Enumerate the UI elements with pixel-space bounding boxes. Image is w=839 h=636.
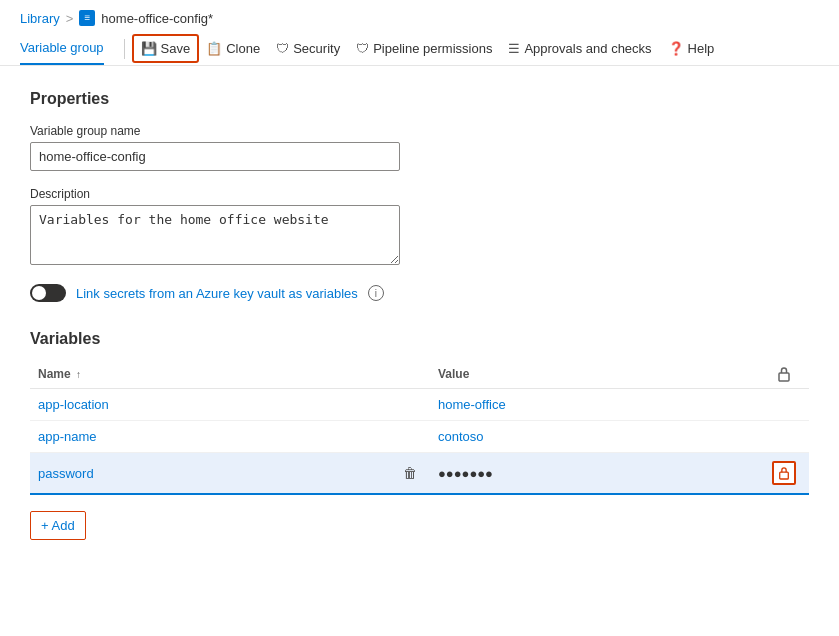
var-value-password: ●●●●●●● <box>438 466 493 481</box>
var-value-app-name[interactable]: contoso <box>438 429 484 444</box>
breadcrumb-library[interactable]: Library <box>20 11 60 26</box>
table-row: app-location home-office <box>30 389 809 421</box>
col-header-value: Value <box>430 360 759 389</box>
variable-group-icon: ≡ <box>79 10 95 26</box>
toolbar-divider <box>124 39 125 59</box>
pipeline-icon: 🛡 <box>356 41 369 56</box>
breadcrumb-config-name: home-office-config* <box>101 11 213 26</box>
clone-button[interactable]: 📋 Clone <box>198 35 268 62</box>
var-name-password[interactable]: password <box>38 466 94 481</box>
col-header-lock <box>759 360 809 389</box>
desc-input[interactable]: Variables for the home office website <box>30 205 400 265</box>
toggle-label[interactable]: Link secrets from an Azure key vault as … <box>76 286 358 301</box>
col-header-actions <box>390 360 430 389</box>
var-name-app-location[interactable]: app-location <box>38 397 109 412</box>
col-header-name: Name ↑ <box>30 360 390 389</box>
name-input[interactable] <box>30 142 400 171</box>
desc-field-group: Description Variables for the home offic… <box>30 187 809 268</box>
name-field-group: Variable group name <box>30 124 809 171</box>
help-icon: ❓ <box>668 41 684 56</box>
shield-icon: 🛡 <box>276 41 289 56</box>
add-button[interactable]: + Add <box>30 511 86 540</box>
key-vault-toggle[interactable] <box>30 284 66 302</box>
variables-title: Variables <box>30 330 809 348</box>
tab-variable-group[interactable]: Variable group <box>20 32 104 65</box>
variables-table: Name ↑ Value <box>30 360 809 495</box>
table-row: app-name contoso <box>30 421 809 453</box>
breadcrumb: Library > ≡ home-office-config* <box>0 0 839 32</box>
save-button[interactable]: 💾 Save <box>133 35 199 62</box>
main-content: Properties Variable group name Descripti… <box>0 66 839 564</box>
add-button-row: + Add <box>30 511 809 540</box>
table-header-row: Name ↑ Value <box>30 360 809 389</box>
toggle-row: Link secrets from an Azure key vault as … <box>30 284 809 302</box>
security-button[interactable]: 🛡 Security <box>268 35 348 62</box>
help-button[interactable]: ❓ Help <box>660 35 723 62</box>
svg-rect-1 <box>780 472 789 479</box>
clone-icon: 📋 <box>206 41 222 56</box>
name-label: Variable group name <box>30 124 809 138</box>
lock-button-password[interactable] <box>772 461 796 485</box>
breadcrumb-separator: > <box>66 11 74 26</box>
pipeline-permissions-button[interactable]: 🛡 Pipeline permissions <box>348 35 500 62</box>
properties-title: Properties <box>30 90 809 108</box>
sort-icon[interactable]: ↑ <box>76 369 81 380</box>
variables-section: Variables Name ↑ Value <box>30 330 809 540</box>
desc-label: Description <box>30 187 809 201</box>
table-row-password: password 🗑 ●●●●●●● <box>30 453 809 495</box>
var-value-app-location[interactable]: home-office <box>438 397 506 412</box>
svg-rect-0 <box>779 373 789 381</box>
toolbar: Variable group 💾 Save 📋 Clone 🛡 Security… <box>0 32 839 66</box>
var-name-app-name[interactable]: app-name <box>38 429 97 444</box>
approvals-button[interactable]: ☰ Approvals and checks <box>500 35 659 62</box>
save-icon: 💾 <box>141 41 157 56</box>
delete-icon[interactable]: 🗑 <box>403 465 417 481</box>
info-icon[interactable]: i <box>368 285 384 301</box>
approvals-icon: ☰ <box>508 41 520 56</box>
